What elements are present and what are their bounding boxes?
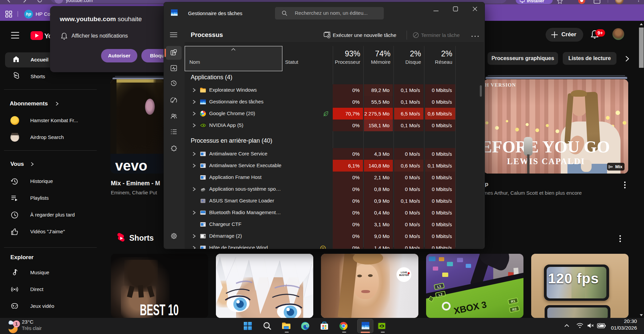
svg-text:1: 1: [15, 321, 18, 327]
